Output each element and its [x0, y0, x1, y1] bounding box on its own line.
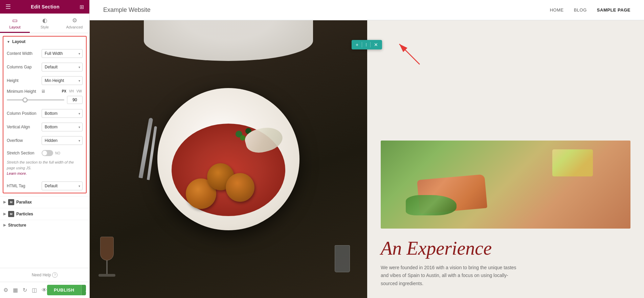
need-help-row: Need Help ? — [0, 268, 89, 282]
minimum-height-label-row: Minimum Height 🖥 PX VH VW — [7, 89, 83, 94]
toolbar-add-button[interactable]: + — [354, 41, 360, 48]
advanced-tab-icon: ⚙ — [72, 17, 77, 24]
stretch-description: Stretch the section to the full width of… — [3, 159, 86, 179]
html-tag-select-wrapper: Default — [42, 182, 83, 190]
publish-btn-group: PUBLISH ▲ — [47, 285, 86, 295]
need-help-text[interactable]: Need Help ? — [32, 272, 58, 278]
height-label: Height — [7, 78, 39, 83]
parallax-icon: M — [8, 199, 14, 205]
template-icon[interactable]: ◫ — [32, 287, 37, 293]
particles-header: ▶ M Particles — [3, 211, 86, 217]
main-plate — [157, 88, 299, 230]
minimum-height-section: Minimum Height 🖥 PX VH VW — [3, 87, 86, 107]
overflow-label: Overflow — [7, 138, 39, 143]
sidebar-footer: Need Help ? ⚙ ▦ ↻ ◫ 👁 PUBLISH ▲ — [0, 268, 89, 298]
structure-label: Structure — [8, 223, 26, 228]
main-content: Example Website HOME BLOG SAMPLE PAGE + … — [90, 0, 644, 298]
height-number-input[interactable] — [67, 96, 83, 104]
tab-advanced[interactable]: ⚙ Advanced — [60, 14, 89, 33]
vertical-align-row: Vertical Align Bottom — [3, 120, 86, 134]
publish-arrow-button[interactable]: ▲ — [81, 285, 86, 295]
vertical-align-select-wrapper: Bottom — [42, 123, 83, 131]
history-icon[interactable]: ↻ — [23, 287, 27, 293]
columns-gap-select[interactable]: Default — [42, 63, 83, 71]
layers-icon[interactable]: ▦ — [13, 287, 18, 293]
html-tag-row: HTML Tag Default — [3, 179, 86, 193]
learn-more-link[interactable]: Learn more. — [7, 171, 27, 175]
style-tab-label: Style — [41, 25, 49, 29]
site-title: Example Website — [103, 6, 151, 14]
tab-layout[interactable]: ▭ Layout — [0, 14, 30, 33]
stretch-toggle[interactable] — [42, 150, 53, 156]
floating-toolbar: + ⁝ ✕ — [352, 40, 382, 49]
toggle-label: NO — [55, 151, 60, 155]
particles-label: Particles — [16, 212, 33, 216]
right-panel: An Experience We were founded in 2016 wi… — [367, 20, 644, 298]
toolbar-divider — [362, 42, 362, 47]
overflow-select-wrapper: Hidden — [42, 136, 83, 145]
unit-vw[interactable]: VW — [76, 89, 83, 93]
tab-style[interactable]: ◐ Style — [30, 14, 60, 33]
particles-icon: M — [8, 211, 14, 217]
content-width-label: Content Width — [7, 51, 39, 56]
layout-section-group: ▼ Layout Content Width Full Width Column… — [3, 36, 87, 193]
minimum-height-label: Minimum Height — [7, 89, 39, 94]
layout-section-title: Layout — [12, 39, 25, 44]
monitor-icon: 🖥 — [41, 89, 45, 94]
toolbar-close-button[interactable]: ✕ — [373, 41, 379, 48]
vertical-align-label: Vertical Align — [7, 125, 39, 129]
html-tag-select[interactable]: Default — [42, 182, 83, 190]
nav-home[interactable]: HOME — [550, 7, 564, 13]
parallax-label: Parallax — [16, 200, 32, 205]
parallax-header: ▶ M Parallax — [3, 199, 86, 205]
column-position-row: Column Position Bottom — [3, 107, 86, 120]
unit-buttons: PX VH VW — [61, 89, 83, 93]
unit-px[interactable]: PX — [61, 89, 67, 93]
publish-button[interactable]: PUBLISH — [47, 285, 81, 295]
bottom-toolbar-row: ⚙ ▦ ↻ ◫ 👁 PUBLISH ▲ — [0, 282, 89, 298]
parallax-chevron: ▶ — [3, 200, 6, 204]
height-select[interactable]: Min Height — [42, 76, 83, 85]
layout-tab-icon: ▭ — [12, 17, 18, 24]
food-photo — [90, 20, 367, 298]
help-icon: ? — [52, 272, 58, 278]
height-slider[interactable] — [7, 99, 64, 101]
style-tab-icon: ◐ — [42, 17, 47, 24]
content-area: + ⁝ ✕ — [90, 20, 644, 298]
sidebar-title: Edit Section — [31, 4, 60, 9]
content-width-select-wrapper: Full Width — [42, 49, 83, 58]
particles-section[interactable]: ▶ M Particles — [0, 208, 89, 220]
structure-section[interactable]: ▶ Structure — [0, 220, 89, 230]
unit-vh[interactable]: VH — [68, 89, 74, 93]
hamburger-icon[interactable]: ☰ — [5, 3, 11, 10]
eye-icon[interactable]: 👁 — [42, 287, 47, 293]
layout-tab-label: Layout — [9, 25, 20, 29]
structure-chevron: ▶ — [3, 223, 6, 227]
parallax-section[interactable]: ▶ M Parallax — [0, 196, 89, 208]
overflow-select[interactable]: Hidden — [42, 136, 83, 145]
bottom-icons: ⚙ ▦ ↻ ◫ 👁 — [3, 287, 47, 293]
toolbar-move-button[interactable]: ⁝ — [364, 41, 368, 48]
content-width-row: Content Width Full Width — [3, 47, 86, 60]
nav-sample-page[interactable]: SAMPLE PAGE — [597, 7, 630, 13]
experience-body: We were founded in 2016 with a vision to… — [381, 264, 523, 288]
column-position-label: Column Position — [7, 111, 39, 116]
height-select-wrapper: Min Height — [42, 76, 83, 85]
water-glass — [335, 245, 353, 276]
sidebar-header: ☰ Edit Section ⊞ — [0, 0, 89, 14]
settings-icon[interactable]: ⚙ — [3, 287, 8, 293]
stretch-toggle-wrapper: NO — [42, 150, 60, 156]
particles-chevron: ▶ — [3, 212, 6, 216]
nav-blog[interactable]: BLOG — [574, 7, 587, 13]
layout-section-header[interactable]: ▼ Layout — [3, 37, 86, 47]
column-position-select[interactable]: Bottom — [42, 109, 83, 118]
html-tag-label: HTML Tag — [7, 184, 39, 188]
columns-gap-row: Columns Gap Default — [3, 60, 86, 74]
vertical-align-select[interactable]: Bottom — [42, 123, 83, 131]
main-layout: ☰ Edit Section ⊞ ▭ Layout ◐ Style ⚙ Adva… — [0, 0, 644, 298]
content-width-select[interactable]: Full Width — [42, 49, 83, 58]
grid-icon[interactable]: ⊞ — [80, 4, 84, 10]
stretch-section-label: Stretch Section — [7, 151, 39, 155]
sidebar: ☰ Edit Section ⊞ ▭ Layout ◐ Style ⚙ Adva… — [0, 0, 90, 298]
website-header: Example Website HOME BLOG SAMPLE PAGE — [90, 0, 644, 20]
